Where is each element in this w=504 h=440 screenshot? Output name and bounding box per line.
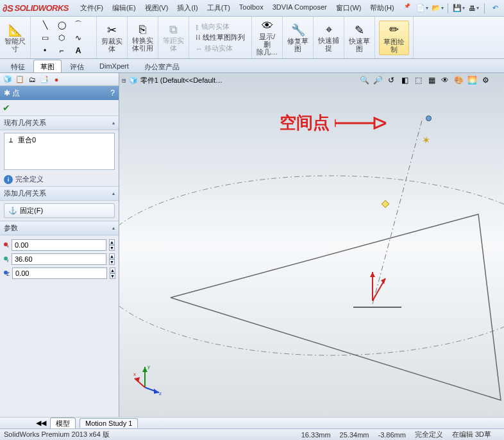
tab-sketch[interactable]: 草图 xyxy=(33,60,62,72)
tab-model[interactable]: 模型 xyxy=(50,418,76,429)
save-button[interactable]: 💾▾ xyxy=(452,2,465,15)
space-point-marker[interactable] xyxy=(426,115,432,121)
menu-view[interactable]: 视图(V) xyxy=(141,1,172,15)
annotation-space-point: 空间点 xyxy=(280,112,386,134)
tab-office[interactable]: 办公室产品 xyxy=(137,60,187,72)
rg-smart-dim[interactable]: 📐 智能尺 寸 xyxy=(0,17,31,58)
offset-icon: ⧉ xyxy=(169,23,178,37)
svg-text:x: x xyxy=(133,371,136,377)
coordinate-triad-icon[interactable]: y x z xyxy=(133,363,165,395)
rg-rapid[interactable]: ✎ 快速草 图 xyxy=(344,17,375,58)
param-y-input[interactable] xyxy=(12,253,106,265)
section-params[interactable]: 参数 ▴ xyxy=(0,221,119,235)
ribbon: 📐 智能尺 寸 ╲ ◯ ⌒ ▭ ⬡ ∿ • ⌐ A ✂ 剪裁实 体 ⎘ 转换实 … xyxy=(0,17,504,59)
undo-button[interactable]: ↶ xyxy=(489,2,501,15)
spline-icon[interactable]: ∿ xyxy=(71,32,86,44)
fully-defined-label: 完全定义 xyxy=(15,174,44,184)
rg-show-hide[interactable]: 👁 显示/删 除几… xyxy=(252,17,283,58)
print-button[interactable]: 🖶▾ xyxy=(467,2,480,15)
fix-button[interactable]: ⚓ 固定(F) xyxy=(4,203,115,218)
svg-text:z: z xyxy=(159,391,162,395)
tab-dimxpert[interactable]: DimXpert xyxy=(92,60,136,72)
menu-help[interactable]: 帮助(H) xyxy=(366,1,398,15)
rg-sketch[interactable]: ✏ 草图绘 制 xyxy=(375,17,414,58)
rg-pattern-list: ⫿镜向实体 ⁞⁞线性草图阵列 ↔移动实体 xyxy=(189,17,252,58)
polygon-icon[interactable]: ⬡ xyxy=(54,32,69,44)
pm-dim-icon[interactable]: 📑 xyxy=(39,74,49,85)
menu-insert[interactable]: 插入(I) xyxy=(173,1,201,15)
pm-help-icon[interactable]: ? xyxy=(110,89,115,97)
svg-text:y: y xyxy=(147,364,150,369)
quicksnap-icon: ⌖ xyxy=(326,23,332,37)
rect-icon[interactable]: ▭ xyxy=(37,32,53,44)
text-icon[interactable]: A xyxy=(71,45,86,56)
pm-config-icon[interactable]: 🗂 xyxy=(27,74,37,85)
params-label: 参数 xyxy=(4,223,18,233)
circle-icon[interactable]: ◯ xyxy=(54,19,69,31)
menu-file[interactable]: 文件(F) xyxy=(76,1,107,15)
pm-header: ✱ 点 ? xyxy=(0,86,119,100)
pm-feature-tree-icon[interactable]: 🧊 xyxy=(3,74,13,85)
open-button[interactable]: 📂▾ xyxy=(431,2,444,15)
param-x-input[interactable] xyxy=(12,239,106,251)
fully-defined-row: i 完全定义 xyxy=(0,173,119,186)
rg-offset[interactable]: ⧉ 等距实 体 xyxy=(158,17,189,58)
smart-dim-icon: 📐 xyxy=(8,23,22,37)
move-label: 移动实体 xyxy=(205,44,233,53)
param-x-spinner[interactable]: ▲▼ xyxy=(109,239,115,251)
rg-trim[interactable]: ✂ 剪裁实 体 xyxy=(97,17,128,58)
svg-marker-16 xyxy=(154,389,159,394)
status-dim3: -3.86mm xyxy=(378,431,405,439)
graphics-viewport[interactable]: ⊞ 🧊 零件1 (Default<<Default… 🔍 🔎 ↺ ◧ ⬚ ▦ 👁… xyxy=(119,73,504,417)
move-item[interactable]: ↔移动实体 xyxy=(196,44,245,53)
menu-tools[interactable]: 工具(T) xyxy=(203,1,234,15)
collapse-icon-2[interactable]: ▴ xyxy=(112,190,115,196)
point-icon[interactable]: • xyxy=(37,45,53,56)
tab-features[interactable]: 特征 xyxy=(4,60,32,72)
menu-pin-icon[interactable]: 📌 xyxy=(400,1,414,15)
param-z-input[interactable] xyxy=(12,267,107,279)
rg-convert[interactable]: ⎘ 转换实 体引用 xyxy=(128,17,158,58)
pattern-item[interactable]: ⁞⁞线性草图阵列 xyxy=(196,33,245,42)
collapse-icon[interactable]: ▴ xyxy=(112,120,115,126)
pm-appear-icon[interactable]: ● xyxy=(51,74,62,85)
rg-quicksnap[interactable]: ⌖ 快速捕 捉 xyxy=(314,17,344,58)
tab-nav-prev-icon[interactable]: ◀◀ xyxy=(36,419,46,427)
pm-prop-icon[interactable]: 📋 xyxy=(15,74,25,85)
rg-repair[interactable]: 🔧 修复草 图 xyxy=(283,17,314,58)
mirror-item[interactable]: ⫿镜向实体 xyxy=(196,22,245,31)
section-add-relations[interactable]: 添加几何关系 ▴ xyxy=(0,186,119,201)
arc-icon[interactable]: ⌒ xyxy=(71,19,86,31)
relation-coincident[interactable]: ⊥ 重合0 xyxy=(6,135,112,145)
add-label: 添加几何关系 xyxy=(4,189,46,198)
status-fully-defined: 完全定义 xyxy=(415,430,443,439)
app-logo: ∂S SOLIDWORKS xyxy=(3,3,69,13)
menu-3dvia[interactable]: 3DVIA Composer xyxy=(269,1,331,15)
svg-point-0 xyxy=(119,176,504,355)
tab-motion-study[interactable]: Motion Study 1 xyxy=(80,418,138,428)
status-version: SolidWorks Premium 2013 x64 版 xyxy=(4,430,110,439)
tab-evaluate[interactable]: 评估 xyxy=(63,60,91,72)
smart-dim-label: 智能尺 寸 xyxy=(4,37,26,53)
new-doc-button[interactable]: 📄▾ xyxy=(416,2,428,15)
accept-check-icon[interactable]: ✔ xyxy=(3,103,10,113)
convert-label: 转换实 体引用 xyxy=(132,37,153,52)
fillet-icon[interactable]: ⌐ xyxy=(54,45,69,56)
offset-label: 等距实 体 xyxy=(163,37,184,52)
param-y-spinner[interactable]: ▲▼ xyxy=(109,253,115,265)
menu-edit[interactable]: 编辑(E) xyxy=(108,1,140,15)
param-z-spinner[interactable]: ▲▼ xyxy=(110,267,115,279)
menu-window[interactable]: 窗口(W) xyxy=(332,1,365,15)
collapse-icon-3[interactable]: ▴ xyxy=(112,225,115,231)
svg-marker-12 xyxy=(142,367,147,372)
pm-title: 点 xyxy=(12,89,20,97)
section-existing-relations[interactable]: 现有几何关系 ▴ xyxy=(0,115,119,130)
feature-tabs: 特征 草图 评估 DimXpert 办公室产品 xyxy=(0,59,504,73)
menu-toolbox[interactable]: Toolbox xyxy=(235,1,267,15)
line-icon[interactable]: ╲ xyxy=(37,19,53,31)
status-bar: SolidWorks Premium 2013 x64 版 16.33mm 25… xyxy=(0,428,504,440)
title-bar: ∂S SOLIDWORKS 文件(F) 编辑(E) 视图(V) 插入(I) 工具… xyxy=(0,0,504,17)
status-dim1: 16.33mm xyxy=(301,431,331,439)
relations-list[interactable]: ⊥ 重合0 xyxy=(4,133,115,170)
repair-icon: 🔧 xyxy=(291,23,305,37)
